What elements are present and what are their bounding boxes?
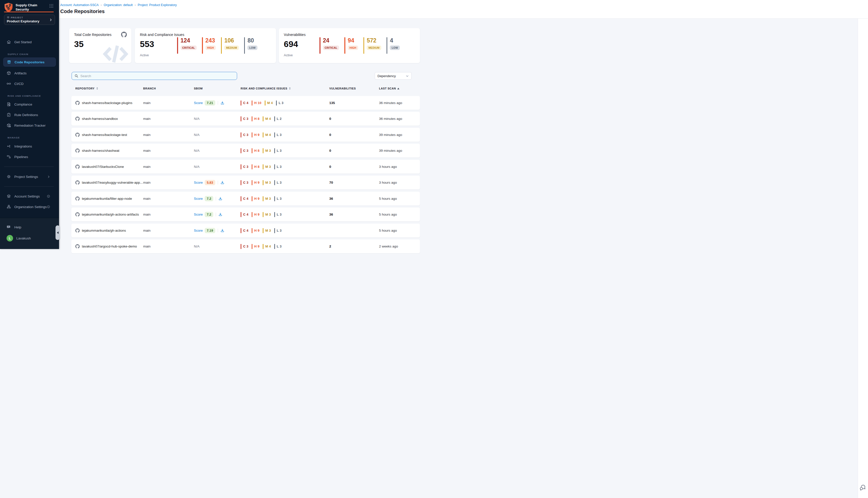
sidebar-item-label: Artifacts: [14, 71, 27, 75]
table-row[interactable]: shash-harness/backstage-plugins main Sco…: [71, 96, 420, 110]
column-repository[interactable]: REPOSITORY: [75, 87, 143, 90]
sidebar-item-get-started[interactable]: Get Started: [3, 37, 56, 47]
severity-medium: M 3: [263, 164, 271, 169]
breadcrumb-account[interactable]: Account: Automation-SSCA: [60, 3, 99, 7]
repo-link[interactable]: shash-harness/backstage-test: [82, 133, 127, 137]
issues-cell: C 3 H 8 M 3 L 3: [241, 164, 329, 169]
sbom-score-link[interactable]: Score: [194, 181, 203, 184]
download-sbom-icon[interactable]: [218, 181, 224, 184]
sbom-score-link[interactable]: Score: [194, 197, 203, 200]
sidebar-item-label: Code Repositories: [15, 60, 44, 64]
search-input[interactable]: [80, 74, 234, 78]
download-sbom-icon[interactable]: [216, 197, 222, 200]
sidebar-item-project-settings[interactable]: Project Settings: [3, 172, 56, 181]
download-sbom-icon[interactable]: [218, 228, 224, 233]
sidebar-item-cicd[interactable]: CI/CD: [3, 79, 56, 88]
severity-high: H 8: [252, 148, 259, 153]
table-row[interactable]: lavakush07/argocd-hub-spoke-demo main N/…: [71, 239, 420, 249]
download-sbom-icon[interactable]: [216, 212, 222, 217]
repo-link[interactable]: lavakush07/argocd-hub-spoke-demo: [82, 245, 137, 248]
infinity-icon: [6, 81, 11, 86]
table-row[interactable]: shash-harness/shashwat main N/A C 3 H 8 …: [71, 144, 420, 158]
column-vulnerabilities[interactable]: VULNERABILITIES: [329, 87, 379, 90]
table-row[interactable]: lavakush07/easybuggy-vulnerable-app... m…: [71, 175, 420, 189]
sidebar-item-label: Remediation Tracker: [14, 123, 46, 127]
branch-cell: main: [143, 165, 194, 169]
repo-link[interactable]: shash-harness/backstage-plugins: [82, 101, 132, 105]
sidebar-item-label: Help: [14, 225, 21, 229]
info-icon[interactable]: [47, 205, 50, 209]
issues-cell: C 3 H 9 M 4 L 3: [241, 132, 329, 137]
sidebar-item-account-settings[interactable]: Account Settings: [3, 192, 56, 201]
last-scan: 3 hours ago: [379, 165, 420, 169]
high-badge: HIGH: [205, 45, 216, 50]
sidebar-item-rule-definitions[interactable]: Rule Definitions: [3, 110, 56, 119]
severity-low: L 3: [274, 164, 282, 169]
layers-icon: [6, 194, 11, 198]
page-header: [59, 0, 434, 18]
severity-critical: C 3: [241, 164, 249, 169]
code-watermark-icon: [102, 42, 129, 63]
column-issues[interactable]: RISK AND COMPLIANCE ISSUES: [241, 87, 329, 90]
project-name: Product Exploratory: [7, 19, 52, 23]
last-scan: 3 hours ago: [379, 181, 420, 184]
sbom-score-link[interactable]: Score: [194, 212, 203, 217]
table-row[interactable]: tejakummarikuntla/filler-app-node main S…: [71, 192, 420, 206]
severity-critical: C 4: [241, 212, 249, 217]
repo-link[interactable]: shash-harness/sandbox: [82, 117, 118, 121]
severity-low: L 3: [274, 228, 282, 233]
column-sbom[interactable]: SBOM: [194, 87, 241, 90]
sidebar-item-compliance[interactable]: Compliance: [3, 100, 56, 109]
sidebar-item-label: Account Settings: [14, 195, 40, 198]
high-count: 94: [348, 37, 358, 44]
sbom-score-badge: 7.2: [205, 196, 213, 201]
sidebar-item-organization-settings[interactable]: Organization Settings: [3, 202, 56, 211]
table-row[interactable]: tejakummarikuntla/gh-actions main Score …: [71, 224, 420, 237]
column-branch[interactable]: BRANCH: [143, 87, 194, 90]
repo-link[interactable]: lavakush07/StarbucksClone: [82, 165, 124, 169]
sidebar-item-help[interactable]: ? Help: [3, 223, 56, 232]
repo-link[interactable]: tejakummarikuntla/gh-actions-artifacts: [82, 212, 139, 217]
severity-high: H 9: [252, 196, 259, 201]
app-switcher-grid-icon[interactable]: [49, 4, 53, 8]
sidebar-item-code-repositories[interactable]: Code Repositories: [3, 57, 56, 67]
sidebar-collapse-handle[interactable]: [55, 225, 60, 240]
critical-badge: CRITICAL: [323, 45, 339, 50]
table-row[interactable]: shash-harness/sandbox main N/A C 3 H 8 M…: [71, 112, 420, 126]
repo-link[interactable]: tejakummarikuntla/filler-app-node: [82, 197, 132, 200]
sidebar-item-pipelines[interactable]: Pipelines: [3, 152, 56, 161]
github-icon: [75, 133, 80, 137]
column-last-scan[interactable]: LAST SCAN: [379, 87, 420, 90]
org-tree-icon: [6, 205, 11, 209]
info-icon[interactable]: [47, 195, 50, 198]
table-row[interactable]: shash-harness/backstage-test main N/A C …: [71, 128, 420, 142]
scan-type-dropdown[interactable]: Dependency: [375, 72, 412, 80]
last-scan: 36 minutes ago: [379, 101, 420, 105]
severity-critical: C 4: [241, 196, 249, 201]
breadcrumb-organization[interactable]: Organization: default: [104, 3, 133, 7]
severity-high: H 9: [252, 228, 259, 233]
sidebar-item-remediation-tracker[interactable]: Remediation Tracker: [3, 121, 56, 130]
table-row[interactable]: lavakush07/StarbucksClone main N/A C 3 H…: [71, 160, 420, 174]
project-selector[interactable]: PROJECT Product Exploratory: [4, 15, 55, 25]
total-repos-value: 35: [74, 39, 84, 49]
project-cube-icon: [7, 16, 10, 19]
breadcrumb-project[interactable]: Project: Product Exploratory: [138, 3, 177, 7]
sbom-score-link[interactable]: Score: [194, 228, 203, 233]
severity-high: H 9: [252, 244, 259, 249]
user-menu[interactable]: L Lavakush: [3, 234, 56, 243]
github-icon: [75, 212, 80, 217]
severity-low: L 3: [274, 244, 282, 249]
download-sbom-icon[interactable]: [218, 101, 224, 105]
sidebar-item-integrations[interactable]: Integrations: [3, 142, 56, 151]
sbom-score-link[interactable]: Score: [194, 101, 203, 105]
sidebar-item-artifacts[interactable]: Artifacts: [3, 69, 56, 78]
repo-link[interactable]: lavakush07/easybuggy-vulnerable-app...: [82, 181, 143, 184]
severity-critical: C 3: [241, 244, 249, 249]
table-row[interactable]: tejakummarikuntla/gh-actions-artifacts m…: [71, 208, 420, 221]
repo-link[interactable]: tejakummarikuntla/gh-actions: [82, 228, 126, 233]
brand-accent-rule: [4, 12, 54, 12]
repo-link[interactable]: shash-harness/shashwat: [82, 149, 119, 153]
severity-critical: C 4: [241, 228, 249, 233]
sidebar-item-label: Compliance: [14, 103, 32, 106]
